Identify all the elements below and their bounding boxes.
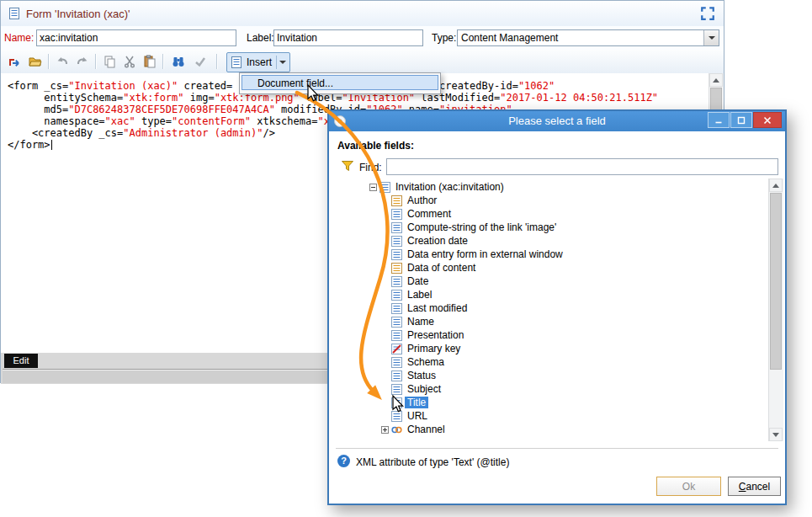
tree-item[interactable]: Data of content (336, 261, 769, 274)
tree-item-label: Title (405, 397, 428, 408)
find-label: Find: (359, 162, 382, 173)
toolbar-separator (95, 54, 96, 69)
form-icon (8, 7, 21, 20)
tree-item[interactable]: Creation date (336, 234, 769, 248)
tree-scrollbar[interactable] (768, 179, 783, 441)
maximize-button[interactable] (730, 112, 752, 128)
form-properties-row: Name: Label: Type: Content Management (1, 26, 724, 50)
tree-item[interactable]: Schema (336, 355, 769, 369)
text-caret (51, 140, 53, 150)
validate-button[interactable] (191, 52, 210, 71)
paste-icon (143, 55, 157, 68)
tree-item[interactable]: Date (336, 274, 769, 288)
find-button[interactable] (169, 52, 188, 71)
goto-icon (8, 55, 22, 68)
tree-item-label: Invitation (xac:invitation) (393, 181, 507, 193)
window-title: Form 'Invitation (xac)' (26, 8, 130, 20)
find-input[interactable] (386, 158, 778, 175)
tree-item[interactable]: Status (336, 369, 769, 382)
scroll-up-arrow[interactable] (709, 73, 723, 87)
list-blue-icon (391, 370, 402, 381)
cut-button[interactable] (120, 52, 139, 71)
tree-item-label: Primary key (405, 343, 463, 354)
list-blue-icon (391, 276, 402, 287)
redo-button[interactable] (73, 52, 92, 71)
scroll-down-arrow[interactable] (769, 428, 783, 441)
tree-item-label: Status (405, 370, 438, 381)
tree-item[interactable]: Last modified (336, 301, 769, 315)
insert-field-icon (230, 56, 243, 69)
tree-item[interactable]: Channel (336, 423, 769, 436)
filter-funnel-icon (341, 159, 354, 173)
key-icon (391, 344, 402, 354)
tree-item-label: Presentation (405, 329, 466, 341)
link-icon (391, 424, 402, 435)
scroll-up-arrow[interactable] (769, 179, 783, 192)
tree-item[interactable]: Name (336, 315, 769, 328)
tree-item-label: Compute-string of the link 'image' (405, 221, 559, 233)
menu-item-document-field[interactable]: Document field... (241, 75, 438, 90)
tree-item[interactable]: Author (336, 194, 769, 207)
minimize-button[interactable] (708, 112, 730, 128)
list-blue-icon (391, 384, 402, 395)
paste-button[interactable] (141, 52, 159, 71)
list-blue-icon (391, 357, 402, 368)
tree-item-label: Label (405, 289, 434, 301)
toolbar: Insert (1, 50, 724, 74)
tree-item[interactable]: URL (336, 409, 769, 423)
close-button[interactable] (753, 112, 782, 128)
insert-button[interactable]: Insert (226, 52, 290, 72)
tree-item[interactable]: Primary key (336, 342, 769, 355)
screen: Form 'Invitation (xac)' Name: Label: Typ… (0, 0, 812, 517)
ok-button[interactable]: Ok (656, 477, 721, 496)
tree-item[interactable]: Subject (336, 382, 769, 396)
label-label: Label: (247, 32, 274, 44)
tree-item[interactable]: Compute-string of the link 'image' (336, 221, 769, 234)
redo-icon (76, 55, 89, 68)
type-label: Type: (432, 32, 456, 44)
name-input[interactable] (36, 29, 236, 46)
open-button[interactable] (26, 52, 45, 71)
tree-item[interactable]: Title (336, 396, 769, 409)
tree-item-label: Schema (405, 356, 447, 368)
copy-icon (103, 55, 116, 68)
help-icon: ? (337, 455, 350, 467)
tree-item[interactable]: Label (336, 288, 769, 301)
list-blue-icon (391, 330, 402, 341)
tree-item-label: Creation date (405, 235, 470, 247)
chevron-down-icon[interactable] (703, 30, 719, 45)
tree-item[interactable]: Data entry form in external window (336, 248, 769, 261)
list-blue-icon (391, 209, 402, 220)
label-input[interactable] (273, 29, 423, 46)
tree-item-label: Data of content (405, 262, 478, 274)
type-select-value: Content Management (458, 32, 703, 44)
tree-item[interactable]: Comment (336, 207, 769, 221)
tree-item-label: Date (405, 275, 431, 287)
toolbar-separator (48, 54, 49, 69)
list-blue-icon (391, 303, 402, 314)
tab-edit[interactable]: Edit (4, 354, 38, 368)
goto-button[interactable] (6, 52, 24, 71)
toolbar-separator (216, 54, 217, 69)
list-blue-icon (391, 290, 402, 301)
dialog-titlebar: Please select a field (329, 111, 785, 131)
field-tree: Invitation (xac:invitation)AuthorComment… (336, 179, 783, 441)
collapse-icon[interactable] (368, 184, 378, 191)
divider (336, 448, 778, 449)
type-select[interactable]: Content Management (457, 29, 719, 46)
tree-root[interactable]: Invitation (xac:invitation) (336, 180, 769, 194)
cancel-button[interactable]: Cancel (728, 477, 781, 496)
scroll-thumb[interactable] (770, 193, 782, 370)
tree-item[interactable]: Presentation (336, 328, 769, 342)
expand-icon[interactable] (379, 426, 390, 434)
copy-button[interactable] (100, 52, 119, 71)
tree-item-label: Comment (405, 208, 454, 220)
insert-button-label: Insert (247, 56, 272, 68)
undo-button[interactable] (53, 52, 72, 71)
name-label: Name: (4, 32, 34, 44)
check-icon (194, 55, 207, 68)
list-blue-icon (391, 236, 402, 247)
chevron-down-icon[interactable] (277, 61, 288, 64)
select-field-dialog: Please select a field Available fields: … (327, 109, 787, 505)
expand-icon[interactable] (700, 6, 715, 21)
